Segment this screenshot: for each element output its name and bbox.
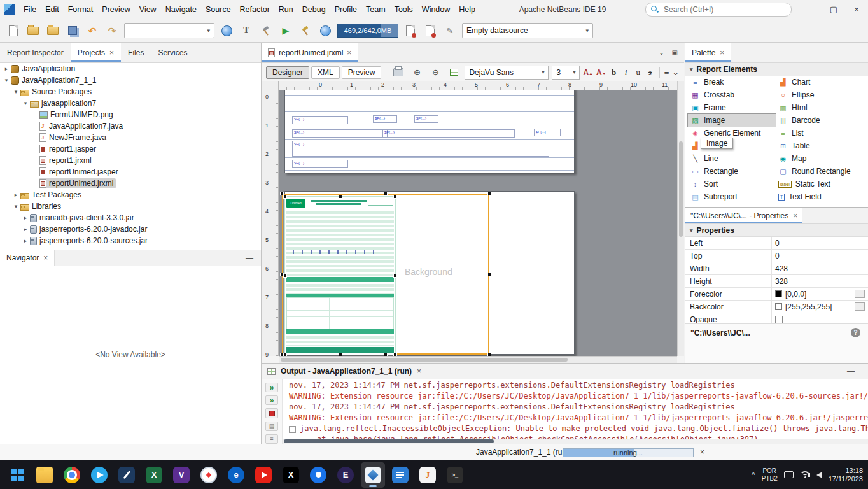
clock[interactable]: 13:18 17/11/2023 — [829, 467, 863, 483]
menu-window[interactable]: Window — [417, 0, 454, 19]
design-canvas[interactable]: $F{...}$F{...}$F{...}$F{...}$F{...}$F{..… — [279, 90, 677, 356]
palette-item-round-rectangle[interactable]: ▢Round Rectangle — [776, 165, 866, 178]
search-input[interactable] — [662, 4, 786, 15]
file-explorer-icon[interactable] — [32, 462, 57, 488]
minimize-output-icon[interactable]: — — [839, 367, 862, 376]
palette-item-map[interactable]: ◉Map — [776, 152, 866, 165]
cast-icon[interactable] — [784, 471, 794, 478]
build-project-button[interactable] — [258, 23, 274, 38]
strikethrough-button[interactable]: s — [646, 67, 655, 78]
italic-button[interactable]: i — [622, 67, 631, 78]
tree-expanded-icon[interactable]: ▾ — [12, 203, 20, 209]
menu-navigate[interactable]: Navigate — [161, 0, 201, 19]
palette-item-ellipse[interactable]: ○Ellipse — [776, 89, 866, 101]
tree-item-report1-jrxml[interactable]: report1.jrxml — [0, 155, 261, 166]
selection-handle[interactable] — [339, 195, 342, 199]
print-button[interactable] — [391, 65, 406, 80]
tree-item-mariadb-java-client-3-3-0-jar[interactable]: ▸mariadb-java-client-3.3.0.jar — [0, 212, 261, 223]
menu-view[interactable]: View — [135, 0, 161, 19]
font-family-combo[interactable]: DejaVu Sans▾ — [465, 66, 549, 80]
rerun-button[interactable]: » — [265, 383, 278, 392]
tab-report-inspector[interactable]: Report Inspector — [0, 43, 71, 62]
redo-button[interactable]: ↷ — [104, 23, 120, 38]
selection-handle[interactable] — [487, 353, 491, 356]
close-navigator-icon[interactable]: × — [43, 253, 48, 262]
designer-tool-button[interactable]: ✎ — [442, 23, 458, 38]
tree-item-source-packages[interactable]: ▾Source Packages — [0, 86, 261, 97]
palette-item-static-text[interactable]: labelStatic Text — [776, 178, 866, 190]
palette-item-table[interactable]: ⊞Table — [776, 139, 866, 152]
canvas-horizontal-scrollbar[interactable] — [279, 356, 677, 363]
palette-item-image[interactable]: ▨Image — [688, 114, 776, 127]
palette-item-text-field[interactable]: TText Field — [776, 190, 866, 203]
menu-team[interactable]: Team — [361, 0, 390, 19]
menu-tools[interactable]: Tools — [390, 0, 417, 19]
zoom-in-button[interactable]: ⊕ — [409, 65, 424, 80]
palette-section-header[interactable]: ▾ Report Elements — [685, 63, 868, 76]
text-tool-button[interactable]: T — [239, 23, 254, 38]
clean-build-button[interactable] — [298, 23, 313, 38]
chrome2-icon[interactable] — [306, 462, 330, 488]
output-scrollbar[interactable] — [283, 439, 868, 444]
x-icon[interactable]: X — [279, 462, 303, 488]
java-icon[interactable]: J — [416, 462, 440, 488]
palette-item-rectangle[interactable]: ▭Rectangle — [688, 165, 776, 178]
tree-item-report1-jasper[interactable]: report1.jasper — [0, 143, 261, 155]
tree-item-libraries[interactable]: ▾Libraries — [0, 201, 261, 212]
palette-item-subreport[interactable]: ▤Subreport — [688, 190, 776, 203]
close-output-icon[interactable]: × — [417, 367, 421, 376]
property-value-top[interactable]: 0 — [772, 250, 868, 262]
property-value-left[interactable]: 0 — [772, 237, 868, 249]
tree-item-newjframe-java[interactable]: NewJFrame.java — [0, 132, 261, 143]
tree-item-javaapplication7[interactable]: ▾javaapplication7 — [0, 97, 261, 109]
align-menu-icon[interactable]: ≡ — [664, 67, 669, 77]
help-icon[interactable]: ? — [851, 328, 860, 337]
run-report-button[interactable] — [423, 23, 438, 38]
collapse-all-button[interactable]: ▤ — [265, 422, 278, 431]
language-indicator[interactable]: POR PTB2 — [762, 467, 778, 483]
collapse-section-icon[interactable]: ▾ — [690, 66, 693, 73]
tab-services[interactable]: Services — [151, 43, 194, 62]
font-size-combo[interactable]: 3▾ — [552, 66, 580, 80]
menu-debug[interactable]: Debug — [298, 0, 330, 19]
selection-handle[interactable] — [339, 353, 342, 356]
youtube-icon[interactable] — [251, 462, 276, 488]
save-all-button[interactable] — [65, 23, 80, 38]
compile-report-button[interactable] — [403, 23, 418, 38]
tree-item-test-packages[interactable]: ▸Test Packages — [0, 189, 261, 201]
menu-preview[interactable]: Preview — [97, 0, 134, 19]
clear-output-button[interactable]: ≡ — [265, 434, 278, 444]
tab-navigator[interactable]: Navigator × — [0, 250, 55, 266]
edge-icon[interactable]: e — [224, 462, 248, 488]
view-preview[interactable]: Preview — [342, 66, 382, 79]
netbeans-icon[interactable] — [361, 462, 385, 488]
tree-collapsed-icon[interactable]: ▸ — [22, 237, 29, 244]
undo-button[interactable]: ↶ — [85, 23, 100, 38]
menu-run[interactable]: Run — [274, 0, 298, 19]
tree-collapsed-icon[interactable]: ▸ — [22, 215, 29, 221]
color-picker-button[interactable]: ... — [855, 290, 865, 298]
canvas-vertical-scrollbar[interactable] — [677, 81, 684, 356]
close-tab-icon[interactable]: × — [109, 48, 114, 57]
selection-handle[interactable] — [487, 192, 491, 195]
palette-item-break[interactable]: ≡Break — [688, 76, 776, 89]
tab-list-chevron-icon[interactable]: ⌄ — [659, 49, 664, 56]
datasource-combo[interactable]: Empty datasource▾ — [462, 23, 593, 38]
tree-expanded-icon[interactable]: ▾ — [3, 77, 10, 83]
tree-collapsed-icon[interactable]: ▸ — [12, 192, 20, 198]
report-text-field[interactable]: $F{...} — [292, 141, 549, 157]
underline-button[interactable]: u — [634, 67, 643, 78]
projects-tree[interactable]: ▸JavaApplication▾JavaApplication7_1_1▾So… — [0, 63, 261, 250]
menu-profile[interactable]: Profile — [330, 0, 361, 19]
decrease-font-button[interactable]: A▼ — [596, 68, 606, 77]
tree-item-reportunimed-jasper[interactable]: reportUnimed.jasper — [0, 166, 261, 178]
selection-handle[interactable] — [283, 195, 287, 199]
view-designer[interactable]: Designer — [266, 66, 309, 79]
output-log[interactable]: nov. 17, 2023 1:14:47 PM net.sf.jasperre… — [283, 379, 868, 439]
excel-icon[interactable]: X — [142, 462, 166, 488]
report-text-field[interactable]: $F{...} — [534, 129, 561, 136]
opaque-checkbox[interactable] — [775, 316, 783, 323]
close-palette-icon[interactable]: × — [720, 48, 724, 57]
menu-edit[interactable]: Edit — [41, 0, 64, 19]
tree-expanded-icon[interactable]: ▾ — [22, 100, 29, 106]
